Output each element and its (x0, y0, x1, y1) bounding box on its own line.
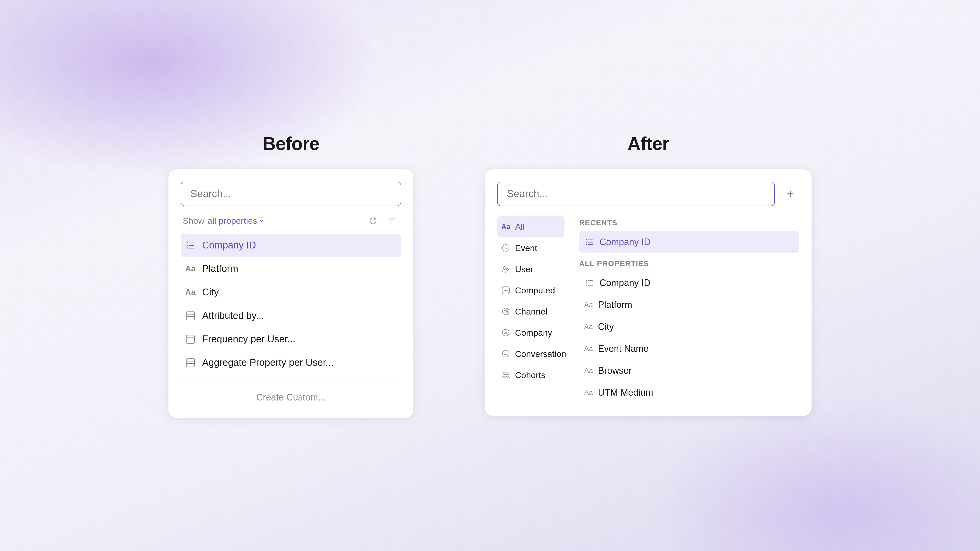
list-item[interactable]: Frequency per User... (181, 327, 401, 351)
create-custom-button[interactable]: Create Custom... (181, 385, 401, 406)
svg-rect-35 (586, 244, 587, 245)
toolbar-icons (366, 214, 399, 227)
all-properties-header: All Properties (579, 259, 799, 268)
before-search-input[interactable] (181, 182, 401, 206)
list-item[interactable]: Aa City (181, 281, 401, 304)
svg-rect-14 (186, 359, 194, 367)
list-icon-prop (584, 279, 594, 287)
svg-rect-42 (588, 280, 593, 281)
svg-point-20 (506, 268, 508, 270)
list-item[interactable]: Aa Platform (181, 257, 401, 281)
after-column: After + Aa All (485, 133, 811, 416)
svg-rect-1 (186, 245, 188, 246)
refresh-button[interactable] (366, 214, 380, 227)
list-item[interactable]: Aggregate Property per User... (181, 351, 401, 375)
page-container: Before Show all properties (169, 133, 811, 418)
svg-rect-33 (586, 239, 587, 240)
chevron-down-icon (259, 218, 264, 224)
property-item[interactable]: Aa Browser (579, 360, 799, 382)
svg-rect-0 (186, 242, 188, 243)
list-item[interactable]: Company ID (181, 233, 401, 257)
svg-point-19 (503, 267, 506, 269)
sidebar-item-user[interactable]: User (497, 259, 565, 280)
after-body: Aa All Event (497, 216, 799, 416)
sidebar: Aa All Event (497, 216, 569, 416)
user-icon (501, 265, 511, 274)
after-title: After (627, 133, 669, 154)
show-label: Show all properties (183, 216, 264, 226)
svg-point-30 (503, 373, 505, 375)
svg-rect-3 (189, 243, 194, 243)
property-item[interactable]: Company ID (579, 272, 799, 294)
svg-rect-41 (586, 285, 587, 286)
table-icon (185, 357, 196, 368)
channel-icon (501, 307, 511, 316)
sidebar-item-conversation[interactable]: Conversation (497, 343, 565, 365)
before-column: Before Show all properties (169, 133, 414, 418)
svg-point-25 (503, 308, 509, 315)
sidebar-item-all[interactable]: Aa All (497, 216, 565, 238)
company-id-icon (186, 241, 195, 250)
svg-point-31 (507, 373, 509, 375)
svg-point-26 (505, 311, 507, 312)
before-title: Before (262, 133, 319, 154)
right-panel: Recents (569, 216, 799, 416)
add-button[interactable]: + (781, 185, 799, 203)
svg-rect-40 (586, 283, 587, 283)
list-item[interactable]: Attributed by... (181, 304, 401, 327)
svg-rect-44 (588, 285, 593, 286)
svg-rect-6 (186, 312, 194, 320)
svg-rect-5 (189, 248, 194, 248)
conversation-icon (501, 349, 511, 359)
aa-icon: Aa (185, 263, 196, 275)
svg-rect-37 (588, 242, 593, 243)
svg-point-22 (504, 292, 504, 292)
svg-rect-43 (588, 283, 593, 283)
refresh-icon (368, 216, 378, 226)
property-item[interactable]: Aa UTM Medium (579, 382, 799, 403)
list-icon (185, 240, 196, 251)
svg-rect-39 (586, 280, 587, 281)
after-search-row: + (497, 182, 799, 206)
show-all-link[interactable]: all properties (207, 216, 264, 226)
svg-point-28 (505, 331, 507, 333)
svg-rect-4 (189, 245, 194, 246)
property-item[interactable]: Aa Platform (579, 294, 799, 316)
svg-rect-38 (588, 244, 593, 245)
cohorts-icon (501, 370, 511, 380)
svg-rect-10 (186, 335, 194, 343)
sort-icon (387, 216, 398, 226)
sidebar-item-company[interactable]: Company (497, 322, 565, 343)
svg-point-24 (508, 292, 508, 292)
svg-rect-2 (186, 248, 188, 248)
divider (181, 380, 401, 380)
property-item[interactable]: Aa Event Name (579, 338, 799, 360)
sidebar-item-channel[interactable]: Channel (497, 301, 565, 322)
after-card: + Aa All (485, 169, 811, 416)
event-icon (501, 243, 511, 252)
recent-item[interactable]: Company ID (579, 231, 799, 253)
list-icon-recent (584, 238, 594, 246)
aa-icon: Aa (185, 287, 196, 298)
svg-point-32 (505, 373, 507, 375)
property-item[interactable]: Aa City (579, 316, 799, 338)
show-bar: Show all properties (183, 214, 399, 227)
after-search-input[interactable] (497, 182, 775, 206)
svg-point-23 (506, 292, 506, 292)
sidebar-item-cohorts[interactable]: Cohorts (497, 365, 565, 386)
recents-header: Recents (579, 218, 799, 227)
sidebar-item-event[interactable]: Event (497, 238, 565, 259)
svg-rect-34 (586, 241, 587, 243)
before-card: Show all properties (169, 169, 414, 418)
company-icon (501, 328, 511, 337)
svg-rect-36 (588, 240, 593, 240)
table-icon (185, 333, 196, 345)
table-icon (185, 310, 196, 321)
computed-icon (501, 286, 511, 295)
svg-point-29 (503, 351, 509, 357)
sidebar-item-computed[interactable]: Computed (497, 280, 565, 301)
all-icon: Aa (501, 222, 511, 231)
sort-button[interactable] (386, 214, 399, 227)
